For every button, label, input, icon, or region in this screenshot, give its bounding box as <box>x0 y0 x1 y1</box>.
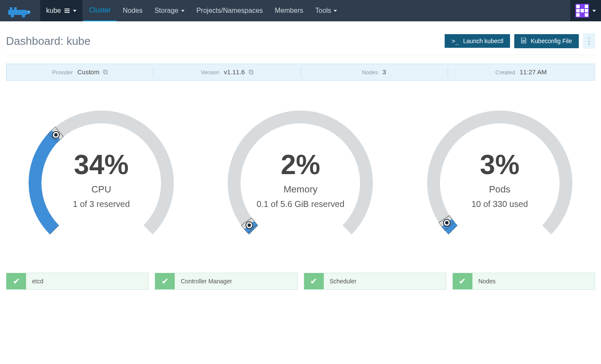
nav-items: Cluster Nodes Storage Projects/Namespace… <box>83 0 343 21</box>
gauge-center: 2% Memory 0.1 of 5.6 GiB reserved <box>205 149 396 209</box>
gauge-memory: 2% Memory 0.1 of 5.6 GiB reserved <box>205 102 396 247</box>
nav-item-nodes[interactable]: Nodes <box>117 0 148 21</box>
info-version: Version v1.11.6 ⧉ <box>153 64 300 80</box>
svg-point-3 <box>11 14 14 17</box>
more-actions-button[interactable]: ⋮ <box>583 33 595 49</box>
gauge-center: 3% Pods 10 of 330 used <box>405 149 595 209</box>
page-header: Dashboard: kube >_ Launch kubectl Kubeco… <box>6 21 595 55</box>
status-label: etcd <box>26 273 49 289</box>
nav-label: Tools <box>315 7 331 15</box>
gauge-percent: 2% <box>205 149 396 181</box>
gauge-sub: 1 of 3 reserved <box>6 199 196 209</box>
kebab-icon: ⋮ <box>585 36 593 46</box>
gauge-label: Pods <box>405 184 595 195</box>
nav-item-projects[interactable]: Projects/Namespaces <box>191 0 269 21</box>
rancher-logo-icon <box>7 4 33 17</box>
svg-rect-2 <box>14 7 17 11</box>
status-label: Nodes <box>472 273 501 289</box>
info-created: Created 11:27 AM <box>448 64 595 80</box>
terminal-icon: >_ <box>451 38 459 44</box>
top-nav: kube Cluster Nodes Storage Projects/Name… <box>0 0 601 21</box>
gauge-center: 34% CPU 1 of 3 reserved <box>6 149 196 209</box>
nav-item-tools[interactable]: Tools <box>309 0 343 21</box>
nav-label: Nodes <box>123 7 142 15</box>
page-title-value: kube <box>67 35 91 47</box>
cluster-switcher[interactable]: kube <box>40 0 83 21</box>
gauge-pods: 3% Pods 10 of 330 used <box>405 102 595 247</box>
header-actions: >_ Launch kubectl Kubeconfig File ⋮ <box>445 33 595 49</box>
info-value: v1.11.6 <box>224 68 245 76</box>
file-icon <box>521 38 526 45</box>
chevron-down-icon <box>592 10 596 12</box>
bars-icon <box>64 9 70 13</box>
svg-rect-1 <box>10 7 12 11</box>
page-title: Dashboard: kube <box>6 35 91 48</box>
gauge-cpu: 34% CPU 1 of 3 reserved <box>6 102 196 247</box>
check-icon: ✔ <box>453 273 472 289</box>
chevron-down-icon <box>334 10 337 12</box>
chevron-down-icon <box>181 10 185 12</box>
info-label: Version <box>201 69 219 76</box>
check-icon: ✔ <box>304 273 324 289</box>
status-scheduler[interactable]: ✔ Scheduler <box>304 273 446 290</box>
info-nodes: Nodes 3 <box>301 64 448 80</box>
nav-label: Projects/Namespaces <box>196 7 263 15</box>
cluster-name: kube <box>46 7 61 15</box>
copy-icon[interactable]: ⧉ <box>249 68 253 76</box>
gauge-sub: 0.1 of 5.6 GiB reserved <box>205 199 396 209</box>
info-value: 3 <box>382 68 386 76</box>
info-label: Provider <box>52 69 73 76</box>
status-row: ✔ etcd ✔ Controller Manager ✔ Scheduler … <box>6 264 595 298</box>
svg-point-13 <box>248 224 251 227</box>
gauge-label: CPU <box>6 184 196 195</box>
gauge-label: Memory <box>205 184 396 195</box>
nav-item-members[interactable]: Members <box>269 0 309 21</box>
svg-point-18 <box>445 221 449 224</box>
avatar-icon <box>575 4 589 17</box>
kubeconfig-file-button[interactable]: Kubeconfig File <box>514 34 579 48</box>
nav-label: Members <box>275 7 303 15</box>
nav-item-cluster[interactable]: Cluster <box>83 0 117 21</box>
chevron-down-icon <box>73 10 76 12</box>
status-nodes[interactable]: ✔ Nodes <box>452 273 595 290</box>
user-menu[interactable] <box>570 0 601 21</box>
svg-rect-5 <box>26 11 30 14</box>
gauge-percent: 34% <box>6 149 196 181</box>
button-label: Launch kubectl <box>463 38 503 44</box>
status-controller-manager[interactable]: ✔ Controller Manager <box>155 273 297 290</box>
gauges-row: 34% CPU 1 of 3 reserved 2% Memory 0.1 of… <box>6 81 595 264</box>
info-provider: Provider Custom ⧉ <box>6 64 153 80</box>
check-icon: ✔ <box>155 273 175 289</box>
status-label: Scheduler <box>324 273 363 289</box>
launch-kubectl-button[interactable]: >_ Launch kubectl <box>445 34 510 48</box>
info-bar: Provider Custom ⧉ Version v1.11.6 ⧉ Node… <box>6 64 595 81</box>
info-value: Custom <box>77 68 100 76</box>
gauge-percent: 3% <box>405 149 595 181</box>
status-etcd[interactable]: ✔ etcd <box>6 273 149 290</box>
logo[interactable] <box>0 4 40 17</box>
info-label: Created <box>495 69 515 76</box>
copy-icon[interactable]: ⧉ <box>103 68 108 76</box>
svg-point-4 <box>22 14 25 17</box>
nav-label: Cluster <box>89 6 111 14</box>
nav-item-storage[interactable]: Storage <box>149 0 191 21</box>
svg-point-8 <box>54 133 58 137</box>
status-label: Controller Manager <box>175 273 238 289</box>
gauge-sub: 10 of 330 used <box>405 199 595 209</box>
nav-label: Storage <box>155 7 179 15</box>
page-title-prefix: Dashboard: <box>6 35 67 47</box>
check-icon: ✔ <box>6 273 26 289</box>
info-value: 11:27 AM <box>520 68 547 76</box>
button-label: Kubeconfig File <box>531 38 572 44</box>
svg-point-6 <box>28 11 29 12</box>
info-label: Nodes <box>362 69 378 76</box>
